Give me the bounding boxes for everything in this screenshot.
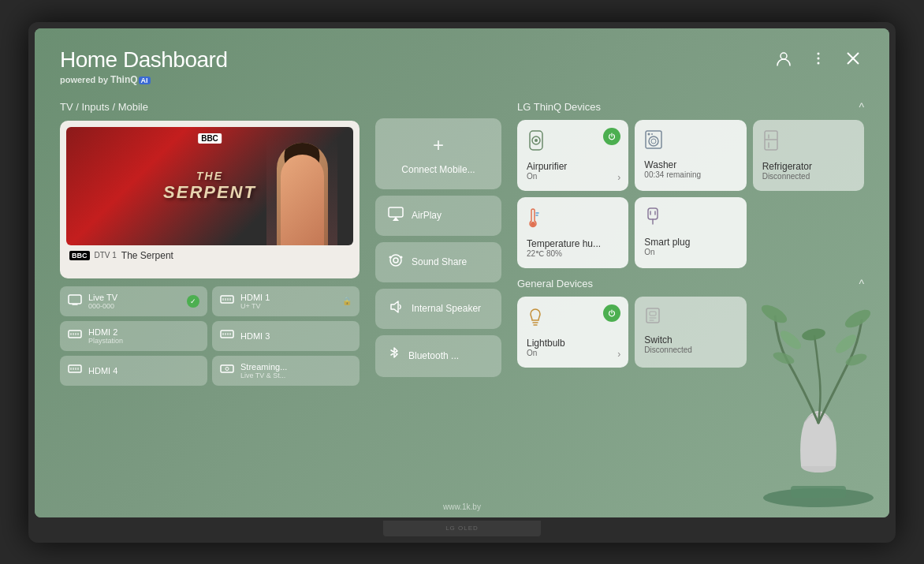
page-title: Home Dashboard <box>60 47 227 73</box>
hdmi4-icon <box>68 364 82 377</box>
sound-share-button[interactable]: Sound Share <box>375 242 501 282</box>
close-icon[interactable] <box>842 47 864 69</box>
lg-thinq-header: LG ThinQ Devices ^ <box>517 101 864 114</box>
device-card-airpurifier[interactable]: Airpurifier On › <box>517 120 628 191</box>
hdmi2-info: HDMI 2 Playstation <box>88 327 123 345</box>
profile-icon[interactable] <box>773 47 795 69</box>
show-title: THE SERPENT <box>163 170 256 203</box>
svg-point-11 <box>818 52 820 54</box>
device-card-washer[interactable]: Washer 00:34 remaining <box>635 120 746 191</box>
hdmi1-sublabel: U+ TV <box>240 302 270 310</box>
header: Home Dashboard powered by ThinQAI <box>60 47 864 85</box>
svg-point-41 <box>390 255 401 266</box>
connect-mobile-button[interactable]: + Connect Mobile... <box>375 118 501 189</box>
general-device-grid: Lightbulb On › <box>517 297 864 368</box>
svg-point-13 <box>818 62 820 64</box>
input-streaming[interactable]: Streaming... Live TV & St... <box>212 356 360 386</box>
lightbulb-arrow[interactable]: › <box>617 349 620 360</box>
middle-actions-panel: + Connect Mobile... AirPlay <box>375 101 501 497</box>
airpurifier-status: On <box>527 172 619 181</box>
input-hdmi3[interactable]: HDMI 3 <box>212 321 360 351</box>
show-info: BBC DTV 1 The Serpent <box>66 245 353 261</box>
svg-point-42 <box>393 258 398 263</box>
device-card-switch[interactable]: Switch Disconnected <box>635 297 746 368</box>
internal-speaker-button[interactable]: Internal Speaker <box>375 289 501 329</box>
hdmi3-icon <box>220 329 234 342</box>
device-card-temperature[interactable]: Temperature hu... 22℃ 80% <box>517 197 628 268</box>
svg-point-52 <box>651 133 653 135</box>
switch-icon <box>644 306 736 330</box>
svg-point-10 <box>781 53 787 59</box>
airpurifier-name: Airpurifier <box>527 161 619 172</box>
lg-thinq-device-grid: Airpurifier On › <box>517 120 864 268</box>
input-hdmi4[interactable]: HDMI 4 <box>60 356 207 386</box>
lg-thinq-collapse-button[interactable]: ^ <box>859 101 864 114</box>
bluetooth-button[interactable]: Bluetooth ... <box>375 335 501 377</box>
input-hdmi1[interactable]: HDMI 1 U+ TV 🔒 <box>212 286 360 316</box>
svg-point-57 <box>531 222 535 226</box>
sound-share-label: Sound Share <box>412 256 467 267</box>
svg-rect-18 <box>221 296 233 303</box>
temperature-icon <box>527 207 619 233</box>
svg-point-12 <box>818 57 820 59</box>
header-controls <box>773 47 864 69</box>
airpurifier-arrow[interactable]: › <box>617 172 620 183</box>
svg-rect-23 <box>69 331 81 338</box>
main-content: TV / Inputs / Mobile BBC <box>60 101 864 497</box>
smartplug-name: Smart plug <box>644 237 736 248</box>
svg-rect-38 <box>221 365 233 372</box>
airplay-label: AirPlay <box>412 210 442 221</box>
more-menu-icon[interactable] <box>807 47 829 69</box>
tv-preview-content: BBC THE SERPENT <box>66 127 353 245</box>
device-card-refrigerator[interactable]: Refrigerator Disconnected <box>753 120 864 191</box>
airplay-button[interactable]: AirPlay <box>375 196 501 236</box>
svg-point-51 <box>648 133 650 135</box>
svg-rect-53 <box>765 131 777 150</box>
svg-rect-28 <box>221 331 233 338</box>
live-tv-info: Live TV 000-000 <box>88 293 117 310</box>
svg-point-49 <box>649 136 658 146</box>
input-hdmi2[interactable]: HDMI 2 Playstation <box>60 321 207 351</box>
header-left: Home Dashboard powered by ThinQAI <box>60 47 227 85</box>
refrigerator-icon <box>762 129 855 156</box>
connect-mobile-label: Connect Mobile... <box>401 164 475 175</box>
lightbulb-power-btn[interactable] <box>603 304 620 322</box>
svg-rect-67 <box>650 312 656 316</box>
general-devices-header: General Devices ^ <box>517 278 864 290</box>
tv-stand: LG OLED <box>383 521 541 536</box>
tv-inputs-panel: TV / Inputs / Mobile BBC <box>60 101 360 497</box>
washer-icon <box>644 129 736 155</box>
tv-screen: Home Dashboard powered by ThinQAI <box>35 28 889 517</box>
watermark: www.1k.by <box>443 502 481 511</box>
streaming-info: Streaming... Live TV & St... <box>240 362 287 379</box>
switch-status: Disconnected <box>644 345 736 354</box>
general-devices-section: General Devices ^ <box>517 278 864 368</box>
svg-rect-33 <box>69 365 81 372</box>
bbc-logo: BBC <box>198 133 222 144</box>
switch-name: Switch <box>644 334 736 345</box>
lg-thinq-title: LG ThinQ Devices <box>517 101 601 113</box>
washer-name: Washer <box>644 159 736 170</box>
input-live-tv[interactable]: Live TV 000-000 ✓ <box>60 286 207 316</box>
live-tv-check: ✓ <box>187 295 199 308</box>
svg-point-39 <box>225 368 229 371</box>
airpurifier-power-btn[interactable] <box>603 128 620 145</box>
channel-label: DTV 1 <box>95 251 117 260</box>
devices-panel: LG ThinQ Devices ^ <box>517 101 864 497</box>
streaming-sublabel: Live TV & St... <box>240 372 287 379</box>
device-card-smartplug[interactable]: Smart plug On <box>635 197 746 268</box>
general-devices-title: General Devices <box>517 278 593 289</box>
general-devices-collapse-button[interactable]: ^ <box>859 278 864 290</box>
tv-preview-card[interactable]: BBC THE SERPENT <box>60 121 360 278</box>
hdmi3-label: HDMI 3 <box>240 331 270 341</box>
airplay-icon <box>388 207 404 225</box>
speaker-icon <box>388 300 404 318</box>
live-tv-label: Live TV <box>88 293 117 302</box>
device-card-lightbulb[interactable]: Lightbulb On › <box>517 297 628 368</box>
svg-rect-60 <box>648 208 658 219</box>
refrigerator-name: Refrigerator <box>762 161 855 172</box>
lightbulb-name: Lightbulb <box>527 338 619 349</box>
sound-share-icon <box>388 253 404 271</box>
streaming-label: Streaming... <box>240 362 287 372</box>
hdmi4-label: HDMI 4 <box>88 366 117 375</box>
